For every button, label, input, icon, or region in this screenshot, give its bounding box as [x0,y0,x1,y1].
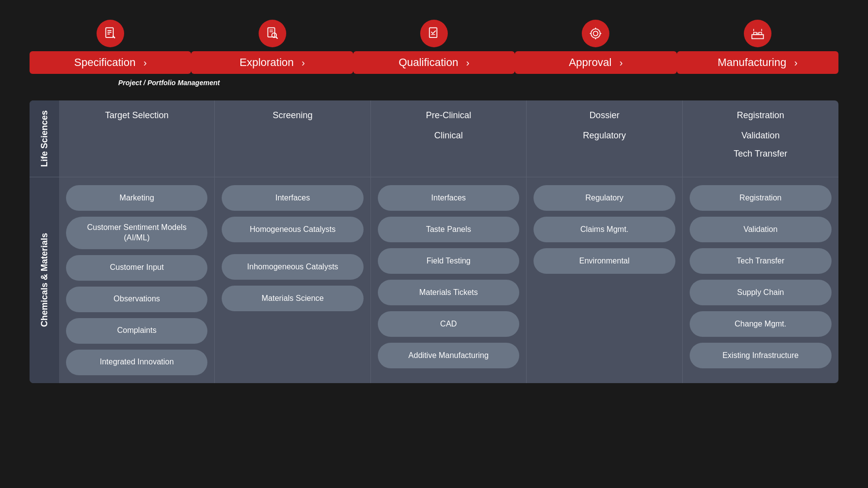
chem-col-5: Registration Validation Tech Transfer Su… [683,177,838,383]
svg-line-7 [276,37,278,39]
main-grid: Life Sciences Target Selection Screening… [30,100,838,383]
pill-taste-panels[interactable]: Taste Panels [378,217,519,242]
chem-col-4: Regulatory Claims Mgmt. Environmental [527,177,682,383]
pill-materials-tickets[interactable]: Materials Tickets [378,280,519,305]
ls-col-preclinical: Pre-Clinical Clinical [371,100,527,177]
pill-materials-science[interactable]: Materials Science [222,286,363,311]
approval-icon [582,20,609,47]
ls-header-screening: Screening [225,110,360,121]
pill-complaints[interactable]: Complaints [66,318,207,344]
pipeline-container: Specification › Exploration › [30,20,838,87]
approval-label[interactable]: Approval › [515,51,676,74]
svg-point-13 [594,31,598,35]
pill-customer-input[interactable]: Customer Input [66,255,207,281]
pill-supply-chain[interactable]: Supply Chain [690,280,832,305]
specification-icon [97,20,124,47]
pill-claims-mgmt[interactable]: Claims Mgmt. [534,217,675,242]
ls-col-dossier: Dossier Regulatory [527,100,682,177]
ls-header-regulatory: Regulatory [536,130,672,141]
step-specification[interactable]: Specification › [30,20,191,74]
svg-rect-18 [752,34,763,38]
ls-header-target-selection: Target Selection [69,110,204,121]
pill-field-testing[interactable]: Field Testing [378,248,519,274]
chemicals-label: Chemicals & Materials [30,223,59,337]
exploration-icon [259,20,286,47]
pill-inhomogeneous-catalysts[interactable]: Inhomogeneous Catalysts [222,254,363,280]
step-exploration[interactable]: Exploration › [191,20,353,74]
project-mgmt-label: Project / Portfolio Management [118,79,220,87]
pill-change-mgmt[interactable]: Change Mgmt. [690,311,832,337]
chemicals-section: Chemicals & Materials Marketing Customer… [30,177,838,383]
qualification-icon [420,20,448,47]
ls-header-preclinical: Pre-Clinical [381,110,516,121]
ls-col-screening: Screening [215,100,370,177]
pill-existing-infrastructure[interactable]: Existing Infrastructure [690,343,832,368]
step-manufacturing[interactable]: Manufacturing › [677,20,838,74]
ls-header-validation: Validation [693,130,829,141]
pipeline-steps: Specification › Exploration › [30,20,838,74]
pill-integrated-innovation[interactable]: Integrated Innovation [66,350,207,375]
pill-registration[interactable]: Registration [690,185,832,211]
specification-label[interactable]: Specification › [30,51,191,74]
ls-header-dossier: Dossier [536,110,672,121]
pill-regulatory[interactable]: Regulatory [534,185,675,211]
pill-interfaces-col3[interactable]: Interfaces [378,185,519,211]
svg-rect-5 [267,28,274,37]
pill-observations[interactable]: Observations [66,287,207,312]
chemicals-grid: Marketing Customer Sentiment Models (AI/… [59,177,838,383]
ls-header-clinical: Clinical [381,130,516,141]
chem-col-2: Interfaces Homogeneous Catalysts Inhomog… [215,177,370,383]
chem-col-1: Marketing Customer Sentiment Models (AI/… [59,177,215,383]
ls-col-target-selection: Target Selection [59,100,215,177]
exploration-label[interactable]: Exploration › [191,51,353,74]
ls-col-registration: Registration Validation Tech Transfer [683,100,838,177]
ls-header-registration: Registration [693,110,829,121]
life-sciences-section: Life Sciences Target Selection Screening… [30,100,838,177]
pill-environmental[interactable]: Environmental [534,248,675,274]
life-sciences-label: Life Sciences [30,100,59,177]
manufacturing-icon [744,20,771,47]
pill-tech-transfer[interactable]: Tech Transfer [690,248,832,274]
chemicals-label-col: Chemicals & Materials [30,177,59,383]
pill-cad[interactable]: CAD [378,311,519,337]
chem-col-3: Interfaces Taste Panels Field Testing Ma… [371,177,527,383]
manufacturing-label[interactable]: Manufacturing › [677,51,838,74]
pill-interfaces-col2[interactable]: Interfaces [222,185,363,211]
pill-marketing[interactable]: Marketing [66,185,207,211]
step-approval[interactable]: Approval › [515,20,676,74]
pill-homogeneous-catalysts[interactable]: Homogeneous Catalysts [222,217,363,242]
step-qualification[interactable]: Qualification › [353,20,515,74]
svg-point-12 [591,29,601,38]
pill-additive-manufacturing[interactable]: Additive Manufacturing [378,343,519,368]
qualification-label[interactable]: Qualification › [353,51,515,74]
life-sciences-label-col: Life Sciences [30,100,59,177]
pill-customer-sentiment[interactable]: Customer Sentiment Models (AI/ML) [66,217,207,249]
ls-header-tech-transfer: Tech Transfer [693,149,829,159]
life-sciences-grid: Target Selection Screening Pre-Clinical … [59,100,838,177]
pill-validation[interactable]: Validation [690,217,832,242]
